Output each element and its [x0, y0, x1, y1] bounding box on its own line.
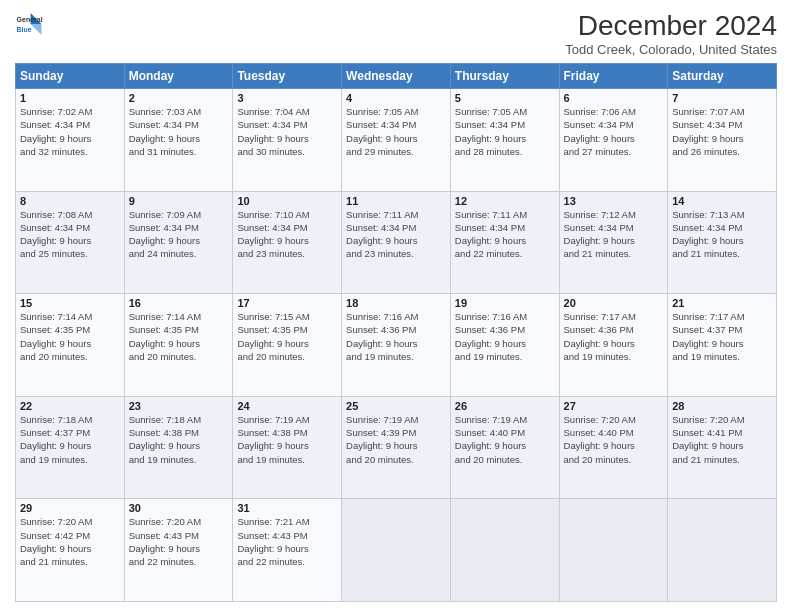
day-number: 26 [455, 400, 555, 412]
day-info: Sunrise: 7:19 AMSunset: 4:40 PMDaylight:… [455, 414, 527, 465]
calendar-cell: 17Sunrise: 7:15 AMSunset: 4:35 PMDayligh… [233, 294, 342, 397]
day-info: Sunrise: 7:17 AMSunset: 4:36 PMDaylight:… [564, 311, 636, 362]
calendar-cell: 22Sunrise: 7:18 AMSunset: 4:37 PMDayligh… [16, 396, 125, 499]
day-number: 20 [564, 297, 664, 309]
day-number: 15 [20, 297, 120, 309]
day-number: 21 [672, 297, 772, 309]
day-number: 4 [346, 92, 446, 104]
day-header-monday: Monday [124, 64, 233, 89]
day-info: Sunrise: 7:05 AMSunset: 4:34 PMDaylight:… [346, 106, 418, 157]
calendar-cell [342, 499, 451, 602]
calendar-cell [668, 499, 777, 602]
calendar-cell: 16Sunrise: 7:14 AMSunset: 4:35 PMDayligh… [124, 294, 233, 397]
subtitle: Todd Creek, Colorado, United States [565, 42, 777, 57]
day-header-thursday: Thursday [450, 64, 559, 89]
title-block: December 2024 Todd Creek, Colorado, Unit… [565, 10, 777, 57]
calendar-cell: 7Sunrise: 7:07 AMSunset: 4:34 PMDaylight… [668, 89, 777, 192]
day-header-wednesday: Wednesday [342, 64, 451, 89]
calendar-cell: 13Sunrise: 7:12 AMSunset: 4:34 PMDayligh… [559, 191, 668, 294]
day-info: Sunrise: 7:16 AMSunset: 4:36 PMDaylight:… [455, 311, 527, 362]
day-info: Sunrise: 7:19 AMSunset: 4:38 PMDaylight:… [237, 414, 309, 465]
calendar-cell: 6Sunrise: 7:06 AMSunset: 4:34 PMDaylight… [559, 89, 668, 192]
day-number: 29 [20, 502, 120, 514]
day-number: 1 [20, 92, 120, 104]
calendar-cell: 31Sunrise: 7:21 AMSunset: 4:43 PMDayligh… [233, 499, 342, 602]
day-number: 10 [237, 195, 337, 207]
calendar-cell: 4Sunrise: 7:05 AMSunset: 4:34 PMDaylight… [342, 89, 451, 192]
day-number: 7 [672, 92, 772, 104]
calendar-cell: 3Sunrise: 7:04 AMSunset: 4:34 PMDaylight… [233, 89, 342, 192]
calendar-cell: 14Sunrise: 7:13 AMSunset: 4:34 PMDayligh… [668, 191, 777, 294]
calendar-cell: 9Sunrise: 7:09 AMSunset: 4:34 PMDaylight… [124, 191, 233, 294]
main-title: December 2024 [565, 10, 777, 42]
day-info: Sunrise: 7:12 AMSunset: 4:34 PMDaylight:… [564, 209, 636, 260]
day-header-saturday: Saturday [668, 64, 777, 89]
day-number: 6 [564, 92, 664, 104]
day-number: 13 [564, 195, 664, 207]
day-header-sunday: Sunday [16, 64, 125, 89]
day-number: 23 [129, 400, 229, 412]
day-info: Sunrise: 7:07 AMSunset: 4:34 PMDaylight:… [672, 106, 744, 157]
svg-text:General: General [17, 16, 43, 23]
calendar-cell: 2Sunrise: 7:03 AMSunset: 4:34 PMDaylight… [124, 89, 233, 192]
day-info: Sunrise: 7:20 AMSunset: 4:42 PMDaylight:… [20, 516, 92, 567]
day-number: 19 [455, 297, 555, 309]
day-info: Sunrise: 7:18 AMSunset: 4:38 PMDaylight:… [129, 414, 201, 465]
day-info: Sunrise: 7:08 AMSunset: 4:34 PMDaylight:… [20, 209, 92, 260]
day-info: Sunrise: 7:21 AMSunset: 4:43 PMDaylight:… [237, 516, 309, 567]
logo: General Blue [15, 10, 43, 38]
day-info: Sunrise: 7:19 AMSunset: 4:39 PMDaylight:… [346, 414, 418, 465]
calendar-cell: 25Sunrise: 7:19 AMSunset: 4:39 PMDayligh… [342, 396, 451, 499]
calendar-cell [559, 499, 668, 602]
day-info: Sunrise: 7:02 AMSunset: 4:34 PMDaylight:… [20, 106, 92, 157]
day-number: 5 [455, 92, 555, 104]
calendar-cell [450, 499, 559, 602]
calendar-cell: 18Sunrise: 7:16 AMSunset: 4:36 PMDayligh… [342, 294, 451, 397]
calendar-cell: 30Sunrise: 7:20 AMSunset: 4:43 PMDayligh… [124, 499, 233, 602]
day-info: Sunrise: 7:20 AMSunset: 4:43 PMDaylight:… [129, 516, 201, 567]
day-number: 3 [237, 92, 337, 104]
page: General Blue December 2024 Todd Creek, C… [0, 0, 792, 612]
day-number: 16 [129, 297, 229, 309]
day-number: 28 [672, 400, 772, 412]
calendar-cell: 21Sunrise: 7:17 AMSunset: 4:37 PMDayligh… [668, 294, 777, 397]
day-number: 9 [129, 195, 229, 207]
calendar-cell: 26Sunrise: 7:19 AMSunset: 4:40 PMDayligh… [450, 396, 559, 499]
day-info: Sunrise: 7:15 AMSunset: 4:35 PMDaylight:… [237, 311, 309, 362]
calendar-cell: 5Sunrise: 7:05 AMSunset: 4:34 PMDaylight… [450, 89, 559, 192]
calendar-cell: 23Sunrise: 7:18 AMSunset: 4:38 PMDayligh… [124, 396, 233, 499]
day-number: 11 [346, 195, 446, 207]
day-info: Sunrise: 7:04 AMSunset: 4:34 PMDaylight:… [237, 106, 309, 157]
calendar-cell: 1Sunrise: 7:02 AMSunset: 4:34 PMDaylight… [16, 89, 125, 192]
calendar-cell: 20Sunrise: 7:17 AMSunset: 4:36 PMDayligh… [559, 294, 668, 397]
calendar-cell: 24Sunrise: 7:19 AMSunset: 4:38 PMDayligh… [233, 396, 342, 499]
day-info: Sunrise: 7:11 AMSunset: 4:34 PMDaylight:… [455, 209, 527, 260]
day-info: Sunrise: 7:06 AMSunset: 4:34 PMDaylight:… [564, 106, 636, 157]
day-number: 2 [129, 92, 229, 104]
day-number: 18 [346, 297, 446, 309]
day-header-friday: Friday [559, 64, 668, 89]
day-info: Sunrise: 7:14 AMSunset: 4:35 PMDaylight:… [129, 311, 201, 362]
calendar-cell: 27Sunrise: 7:20 AMSunset: 4:40 PMDayligh… [559, 396, 668, 499]
svg-text:Blue: Blue [17, 26, 32, 33]
calendar-table: SundayMondayTuesdayWednesdayThursdayFrid… [15, 63, 777, 602]
day-info: Sunrise: 7:20 AMSunset: 4:40 PMDaylight:… [564, 414, 636, 465]
calendar-cell: 12Sunrise: 7:11 AMSunset: 4:34 PMDayligh… [450, 191, 559, 294]
logo-icon: General Blue [15, 10, 43, 38]
day-info: Sunrise: 7:05 AMSunset: 4:34 PMDaylight:… [455, 106, 527, 157]
calendar-cell: 8Sunrise: 7:08 AMSunset: 4:34 PMDaylight… [16, 191, 125, 294]
day-info: Sunrise: 7:20 AMSunset: 4:41 PMDaylight:… [672, 414, 744, 465]
day-number: 8 [20, 195, 120, 207]
day-number: 27 [564, 400, 664, 412]
day-info: Sunrise: 7:09 AMSunset: 4:34 PMDaylight:… [129, 209, 201, 260]
day-number: 14 [672, 195, 772, 207]
calendar-cell: 11Sunrise: 7:11 AMSunset: 4:34 PMDayligh… [342, 191, 451, 294]
day-info: Sunrise: 7:16 AMSunset: 4:36 PMDaylight:… [346, 311, 418, 362]
calendar-cell: 19Sunrise: 7:16 AMSunset: 4:36 PMDayligh… [450, 294, 559, 397]
day-number: 24 [237, 400, 337, 412]
day-info: Sunrise: 7:10 AMSunset: 4:34 PMDaylight:… [237, 209, 309, 260]
calendar-cell: 10Sunrise: 7:10 AMSunset: 4:34 PMDayligh… [233, 191, 342, 294]
day-info: Sunrise: 7:11 AMSunset: 4:34 PMDaylight:… [346, 209, 418, 260]
day-info: Sunrise: 7:14 AMSunset: 4:35 PMDaylight:… [20, 311, 92, 362]
header: General Blue December 2024 Todd Creek, C… [15, 10, 777, 57]
